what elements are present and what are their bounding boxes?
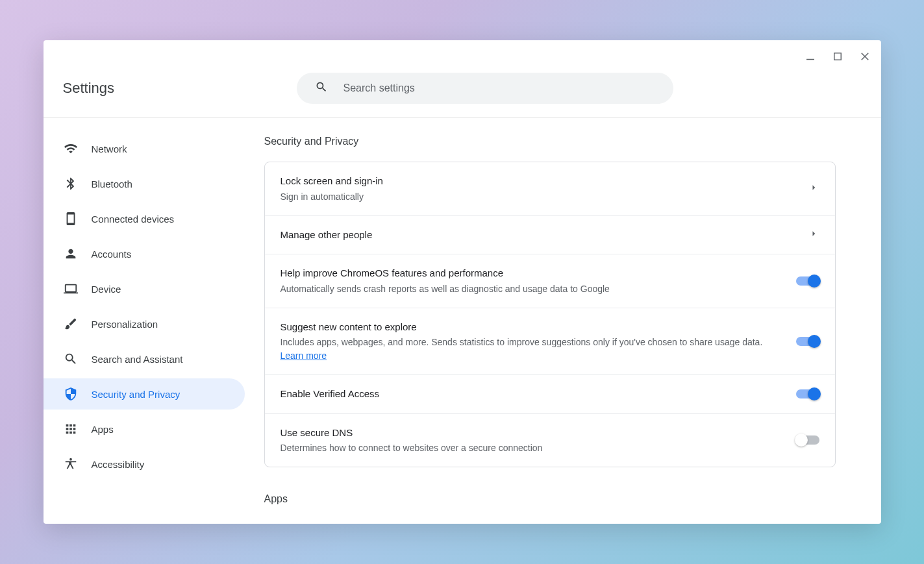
- brush-icon: [63, 316, 79, 332]
- sidebar-item-search-assistant[interactable]: Search and Assistant: [44, 343, 245, 374]
- row-secure-dns[interactable]: Use secure DNSDetermines how to connect …: [265, 414, 835, 467]
- row-verified-access[interactable]: Enable Verified Access: [265, 375, 835, 414]
- sidebar-item-label: Search and Assistant: [92, 354, 183, 365]
- row-title: Lock screen and sign-in: [281, 174, 795, 189]
- close-icon: [859, 51, 871, 62]
- row-title: Suggest new content to explore: [281, 320, 783, 335]
- person-icon: [63, 246, 79, 262]
- sidebar-item-apps[interactable]: Apps: [44, 413, 245, 445]
- sidebar: NetworkBluetoothConnected devicesAccount…: [44, 117, 264, 524]
- close-button[interactable]: [859, 51, 871, 62]
- toggle-suggest-content[interactable]: [796, 337, 819, 346]
- sidebar-item-accessibility[interactable]: Accessibility: [44, 448, 245, 480]
- sidebar-item-label: Network: [92, 143, 127, 154]
- row-text: Use secure DNSDetermines how to connect …: [281, 426, 796, 456]
- sidebar-item-label: Apps: [92, 424, 114, 435]
- window-titlebar: [44, 40, 881, 73]
- chevron-wrap: [808, 182, 819, 196]
- toggle-help-improve[interactable]: [796, 276, 819, 286]
- row-desc: Sign in automatically: [281, 190, 795, 204]
- apps-icon: [63, 421, 79, 437]
- laptop-icon: [63, 281, 79, 297]
- sidebar-item-device[interactable]: Device: [44, 273, 245, 304]
- page-title: Settings: [63, 80, 297, 97]
- maximize-icon: [832, 51, 843, 62]
- sidebar-item-label: Personalization: [92, 319, 158, 330]
- toggle-knob: [795, 434, 808, 447]
- accessibility-icon: [63, 456, 79, 472]
- search-icon: [63, 351, 79, 367]
- toggle-knob: [808, 335, 821, 348]
- row-suggest-content[interactable]: Suggest new content to exploreIncludes a…: [265, 308, 835, 376]
- bluetooth-icon: [63, 176, 79, 191]
- chevron-right-icon: [808, 182, 819, 193]
- row-text: Lock screen and sign-inSign in automatic…: [281, 174, 808, 204]
- search-icon: [315, 80, 328, 96]
- section-title: Security and Privacy: [264, 136, 836, 147]
- maximize-button[interactable]: [832, 51, 843, 62]
- sidebar-item-network[interactable]: Network: [44, 133, 245, 164]
- header: Settings: [44, 73, 881, 117]
- row-text: Enable Verified Access: [281, 387, 796, 402]
- sidebar-item-label: Connected devices: [92, 214, 175, 225]
- sidebar-item-label: Security and Privacy: [92, 389, 181, 400]
- next-section-title: Apps: [264, 493, 836, 505]
- settings-window: Settings NetworkBluetoothConnected devic…: [44, 40, 881, 524]
- row-title: Manage other people: [281, 228, 795, 243]
- body: NetworkBluetoothConnected devicesAccount…: [44, 117, 881, 524]
- sidebar-item-label: Bluetooth: [92, 178, 132, 190]
- wifi-icon: [63, 141, 79, 156]
- sidebar-item-bluetooth[interactable]: Bluetooth: [44, 168, 245, 199]
- sidebar-item-label: Accounts: [92, 249, 132, 260]
- row-text: Manage other people: [281, 228, 808, 243]
- sidebar-item-personalization[interactable]: Personalization: [44, 308, 245, 339]
- row-title: Enable Verified Access: [281, 387, 783, 402]
- chevron-wrap: [808, 228, 819, 242]
- row-text: Help improve ChromeOS features and perfo…: [281, 266, 796, 296]
- svg-rect-1: [834, 53, 841, 60]
- search-input[interactable]: [297, 73, 673, 104]
- row-desc: Includes apps, webpages, and more. Sends…: [281, 336, 783, 363]
- row-title: Help improve ChromeOS features and perfo…: [281, 266, 783, 281]
- shield-icon: [63, 386, 79, 402]
- row-lock-screen[interactable]: Lock screen and sign-inSign in automatic…: [265, 162, 835, 216]
- row-desc: Determines how to connect to websites ov…: [281, 441, 783, 455]
- sidebar-item-accounts[interactable]: Accounts: [44, 238, 245, 269]
- phone-icon: [63, 211, 79, 227]
- learn-more-link[interactable]: Learn more: [281, 350, 327, 361]
- search-container: [297, 73, 673, 104]
- sidebar-item-security-privacy[interactable]: Security and Privacy: [44, 378, 245, 410]
- toggle-verified-access[interactable]: [796, 389, 819, 398]
- chevron-right-icon: [808, 228, 819, 239]
- minimize-icon: [805, 51, 816, 62]
- row-help-improve[interactable]: Help improve ChromeOS features and perfo…: [265, 254, 835, 308]
- toggle-secure-dns[interactable]: [796, 435, 819, 445]
- sidebar-item-label: Device: [92, 284, 121, 295]
- toggle-knob: [808, 275, 821, 288]
- sidebar-item-label: Accessibility: [92, 459, 145, 470]
- settings-card: Lock screen and sign-inSign in automatic…: [264, 162, 836, 467]
- row-title: Use secure DNS: [281, 426, 783, 441]
- content: Security and Privacy Lock screen and sig…: [264, 117, 881, 524]
- minimize-button[interactable]: [805, 51, 816, 62]
- row-desc: Automatically sends crash reports as wel…: [281, 282, 783, 296]
- sidebar-item-connected-devices[interactable]: Connected devices: [44, 203, 245, 234]
- row-text: Suggest new content to exploreIncludes a…: [281, 320, 796, 363]
- toggle-knob: [808, 387, 821, 400]
- row-manage-people[interactable]: Manage other people: [265, 216, 835, 255]
